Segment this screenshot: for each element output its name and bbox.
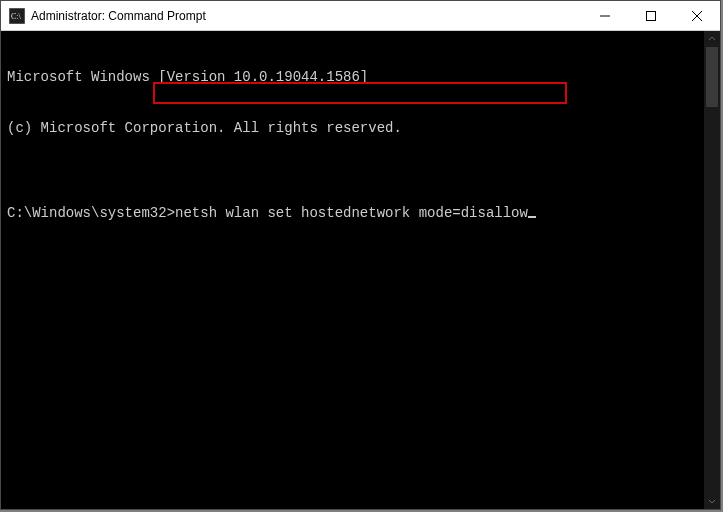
maximize-button[interactable] (628, 1, 674, 31)
close-icon (692, 11, 702, 21)
minimize-button[interactable] (582, 1, 628, 31)
terminal-output-line: Microsoft Windows [Version 10.0.19044.15… (7, 69, 714, 86)
terminal-output-line: (c) Microsoft Corporation. All rights re… (7, 120, 714, 137)
titlebar[interactable]: C:\ Administrator: Command Prompt (1, 1, 720, 31)
command-text: netsh wlan set hostednetwork mode=disall… (175, 205, 528, 221)
chevron-up-icon (708, 35, 716, 43)
cmd-icon: C:\ (9, 8, 25, 24)
close-button[interactable] (674, 1, 720, 31)
vertical-scrollbar[interactable] (704, 31, 720, 509)
terminal-area[interactable]: Microsoft Windows [Version 10.0.19044.15… (1, 31, 720, 509)
svg-rect-3 (647, 11, 656, 20)
text-cursor (528, 216, 536, 218)
scrollbar-up-arrow[interactable] (704, 31, 720, 47)
prompt-text: C:\Windows\system32> (7, 205, 175, 221)
scrollbar-thumb[interactable] (706, 47, 718, 107)
maximize-icon (646, 11, 656, 21)
svg-text:C:\: C:\ (11, 12, 22, 21)
command-prompt-window: C:\ Administrator: Command Prompt Micros… (0, 0, 721, 510)
scrollbar-down-arrow[interactable] (704, 493, 720, 509)
minimize-icon (600, 11, 610, 21)
window-title: Administrator: Command Prompt (31, 9, 206, 23)
terminal-prompt-line: C:\Windows\system32>netsh wlan set hoste… (7, 205, 714, 222)
chevron-down-icon (708, 497, 716, 505)
